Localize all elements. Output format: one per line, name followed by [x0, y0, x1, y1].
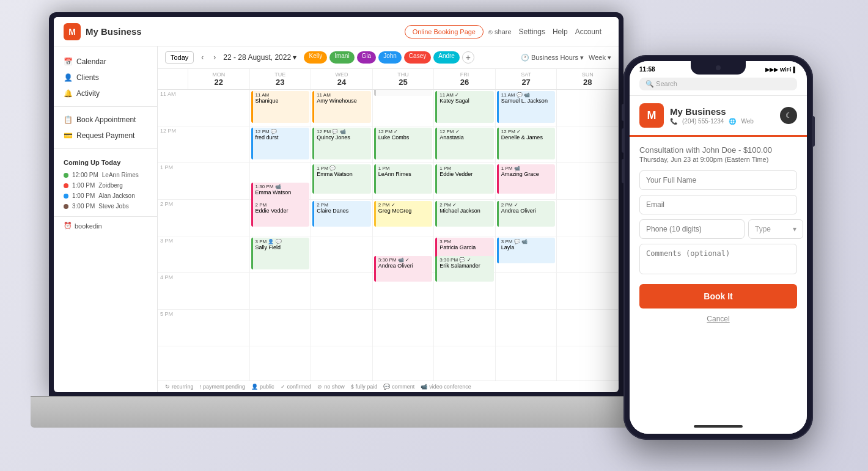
recurring-icon: ↻	[165, 384, 170, 390]
day-col-sat[interactable]: 11 AM 💬 📹 Samuel L. Jackson 12 PM ✓ Dene…	[496, 90, 557, 381]
event-name: Patricia Garcia	[440, 244, 491, 250]
event-wed-claire[interactable]: 2 PM Claire Danes	[312, 201, 371, 227]
cancel-link[interactable]: Cancel	[639, 315, 797, 323]
event-name: Anastasia	[440, 134, 491, 141]
chip-gia[interactable]: Gia	[357, 51, 377, 64]
next-week-button[interactable]: ›	[211, 52, 218, 63]
web-link[interactable]: Web	[741, 118, 753, 125]
dot-brown	[64, 204, 68, 209]
prev-week-button[interactable]: ‹	[199, 52, 206, 63]
comments-textarea[interactable]	[639, 244, 797, 274]
event-wed-quincy[interactable]: 12 PM 💬 📹 Quincy Jones	[312, 128, 371, 159]
help-link[interactable]: Help	[553, 27, 568, 36]
event-fri-katey[interactable]: 11 AM ✓ Katey Sagal	[435, 91, 494, 123]
dot-red	[64, 183, 68, 188]
day-header-thu: THU 25	[373, 69, 435, 89]
account-link[interactable]: Account	[575, 27, 601, 36]
event-name: Denelle & James	[501, 134, 553, 141]
appt-name-4: Steve Jobs	[98, 203, 128, 210]
day-col-sun[interactable]	[557, 90, 619, 381]
day-col-fri[interactable]: 11 AM ✓ Katey Sagal 12 PM ✓ Anastasia 1 …	[434, 90, 496, 381]
sidebar-item-calendar[interactable]: 📅 Calendar	[54, 54, 157, 70]
phone-biz-name: My Business	[670, 106, 774, 117]
day-col-wed[interactable]: 11 AM Amy Winehouse 12 PM 💬 📹 Quincy Jon…	[311, 90, 373, 381]
phone-outer: 11:58 ▶▶▶ WiFi ▌ 🔍 Search M	[623, 55, 813, 440]
phone-search-input[interactable]: 🔍 Search	[639, 78, 797, 90]
cancel-label[interactable]: Cancel	[707, 315, 729, 323]
phone-input[interactable]	[639, 219, 745, 239]
week-view-selector[interactable]: Week ▾	[589, 54, 611, 62]
chip-kelly[interactable]: Kelly	[304, 51, 327, 64]
event-time: 11 AM ✓	[440, 92, 491, 98]
event-time: 3 PM	[440, 239, 491, 244]
bookedin-label: bookedin	[75, 222, 102, 230]
book-it-button[interactable]: Book It	[639, 284, 797, 309]
event-thu-greg[interactable]: 2 PM ✓ Greg McGreg	[374, 201, 433, 227]
phone-volume-up-button	[622, 128, 624, 153]
theme-toggle[interactable]: ☾	[780, 107, 797, 124]
event-tue-shanique[interactable]: 11 AM Shanique	[251, 91, 310, 123]
appt-time-3: 1:00 PM	[72, 192, 95, 199]
settings-link[interactable]: Settings	[519, 27, 545, 36]
business-hours-filter[interactable]: 🕐 Business Hours ▾	[521, 54, 584, 62]
event-fri-michael[interactable]: 2 PM ✓ Michael Jackson	[435, 201, 494, 227]
booking-title: Consultation with John Doe - $100.00	[639, 145, 797, 155]
event-name: Greg McGreg	[378, 208, 430, 214]
day-label-sat: SAT	[499, 71, 553, 78]
chevron-down-icon: ▾	[293, 53, 296, 62]
legend-noshow: ⊘ no show	[317, 384, 345, 390]
event-tue-eddie[interactable]: 2 PM Eddie Vedder	[251, 201, 310, 227]
add-staff-button[interactable]: +	[462, 51, 474, 64]
event-sat-samuel[interactable]: 11 AM 💬 📹 Samuel L. Jackson	[497, 91, 556, 123]
event-wed-amy[interactable]: 11 AM Amy Winehouse	[312, 91, 371, 123]
today-button[interactable]: Today	[165, 51, 194, 64]
appt-time-4: 3:00 PM	[72, 203, 95, 210]
day-label-mon: MON	[192, 71, 246, 78]
sidebar-item-clients[interactable]: 👤 Clients	[54, 70, 157, 86]
phone-number[interactable]: (204) 555-1234	[682, 118, 724, 125]
sidebar-label-calendar: Calendar	[76, 57, 106, 66]
chip-john[interactable]: John	[378, 51, 402, 64]
type-select[interactable]: Type ▾	[748, 219, 803, 239]
chip-casey[interactable]: Casey	[404, 51, 431, 64]
event-tue-sally[interactable]: 3 PM 👤 💬 Sally Field	[251, 238, 310, 269]
event-name: Michael Jackson	[440, 208, 491, 214]
event-thu-luke[interactable]: 12 PM ✓ Luke Combs	[374, 128, 433, 159]
online-booking-page-button[interactable]: Online Booking Page	[405, 25, 484, 38]
event-fri-erik[interactable]: 3:30 PM 💬 ✓ Erik Salamander	[435, 256, 494, 282]
day-col-thu[interactable]: 10:30 AM Billy Jones 12 PM ✓ Luke Combs …	[373, 90, 435, 381]
full-name-input[interactable]	[639, 170, 797, 190]
chip-imani[interactable]: Imani	[329, 51, 354, 64]
recurring-label: recurring	[172, 384, 194, 390]
event-thu-leann[interactable]: 1 PM LeAnn Rimes	[374, 164, 433, 194]
app-logo: M	[64, 23, 81, 40]
event-time: 3 PM 👤 💬	[256, 239, 307, 244]
event-sat-layla[interactable]: 3 PM 💬 📹 Layla	[497, 238, 556, 263]
sidebar-book-appointment[interactable]: 📋 Book Appointment	[54, 112, 157, 128]
event-sat-denelle[interactable]: 12 PM ✓ Denelle & James	[497, 128, 556, 159]
video-icon: 📹	[421, 384, 427, 390]
day-header-sat: SAT 27	[496, 69, 557, 89]
event-time: 3:30 PM 📹 ✓	[378, 257, 430, 263]
event-thu-andrea[interactable]: 3:30 PM 📹 ✓ Andrea Oliveri	[374, 256, 433, 282]
event-fri-anastasia[interactable]: 12 PM ✓ Anastasia	[435, 128, 494, 159]
share-button[interactable]: ⎋ share	[488, 28, 512, 35]
day-col-tue[interactable]: 11 AM Shanique 12 PM 💬 fred durst 1:30 P…	[250, 90, 312, 381]
booking-price-value: $100.00	[743, 145, 772, 155]
event-fri-eddie[interactable]: 1 PM Eddie Vedder	[435, 164, 494, 194]
chip-andre[interactable]: Andre	[433, 51, 460, 64]
email-input[interactable]	[639, 195, 797, 214]
day-col-mon[interactable]	[188, 90, 250, 381]
sidebar-item-activity[interactable]: 🔔 Activity	[54, 86, 157, 101]
sidebar-label-clients: Clients	[76, 73, 99, 82]
appt-name-3: Alan Jackson	[98, 192, 134, 199]
event-time: 11 AM	[317, 92, 369, 98]
event-name: Erik Salamander	[440, 263, 491, 269]
event-sat-amazing[interactable]: 1 PM 📹 Amazing Grace	[497, 164, 556, 194]
event-name: Samuel L. Jackson	[501, 98, 553, 104]
event-sat-andrea[interactable]: 2 PM ✓ Andrea Oliveri	[497, 201, 556, 227]
sidebar-request-payment[interactable]: 💳 Request Payment	[54, 128, 157, 144]
event-wed-emma[interactable]: 1 PM 💬 Emma Watson	[312, 164, 371, 194]
home-indicator[interactable]	[694, 425, 743, 428]
event-tue-fred[interactable]: 12 PM 💬 fred durst	[251, 128, 310, 159]
